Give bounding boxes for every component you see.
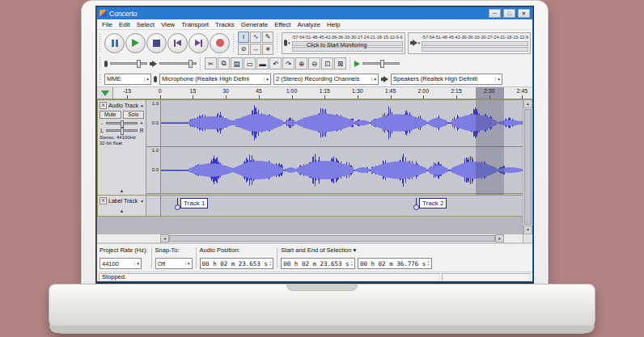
timeshift-tool[interactable]: ↔ <box>250 44 261 55</box>
recording-channels-select[interactable]: 2 (Stereo) Recording Channels ▾ <box>273 74 379 85</box>
meter-dropdown-icon[interactable]: ▾ <box>288 40 290 45</box>
copy-button[interactable]: ⧉ <box>218 57 230 70</box>
zoom-out-button[interactable]: ⊖ <box>308 57 320 70</box>
track-menu-icon[interactable]: ▼ <box>140 103 144 108</box>
label-pin-icon[interactable] <box>413 198 419 210</box>
waveform-selection-region[interactable] <box>476 100 504 195</box>
waveform-left[interactable] <box>161 100 523 146</box>
menu-analyze[interactable]: Analyze <box>294 21 323 28</box>
fit-selection-button[interactable]: ⊡ <box>321 57 333 70</box>
label-flag[interactable]: Track 1 <box>175 198 208 210</box>
zoom-tool[interactable]: ⊘ <box>238 44 249 55</box>
menu-transport[interactable]: Transport <box>178 21 212 28</box>
slider-thumb[interactable] <box>380 60 384 68</box>
slider-thumb[interactable] <box>121 120 124 128</box>
silence-audio-button[interactable]: ▬ <box>256 57 269 70</box>
label-pin-icon[interactable] <box>175 198 180 210</box>
snap-to-select[interactable]: Off ▾ <box>155 258 193 269</box>
recording-volume-slider[interactable] <box>110 62 147 65</box>
meter-dropdown-icon[interactable]: ▾ <box>418 40 421 45</box>
scroll-left-icon[interactable]: ◄ <box>160 234 169 242</box>
monitoring-hint[interactable]: Click to Start Monitoring <box>307 42 366 48</box>
recording-device-select[interactable]: Microphone (Realtek High Defini ▾ <box>159 74 271 85</box>
channel-right[interactable]: 1.0 0.0 <box>146 147 523 194</box>
close-button[interactable]: ✕ <box>518 9 530 18</box>
toolbar-grip[interactable] <box>199 57 202 70</box>
audio-position-field[interactable]: 00 h 02 m 23.653 s ▴▾ <box>200 258 274 269</box>
toolbar-grip[interactable] <box>99 57 102 70</box>
menu-generate[interactable]: Generate <box>238 21 271 28</box>
maximize-button[interactable]: □ <box>503 9 515 18</box>
waveform-right[interactable] <box>161 147 523 193</box>
minimize-button[interactable]: ─ <box>489 9 501 18</box>
playback-volume-slider[interactable] <box>159 62 197 65</box>
spinner-icon[interactable]: ▴▾ <box>269 260 271 267</box>
toolbar-grip[interactable] <box>276 33 279 52</box>
play-button[interactable] <box>125 33 146 53</box>
slider-thumb[interactable] <box>189 60 193 68</box>
scroll-right-icon[interactable]: ► <box>495 234 504 242</box>
scroll-up-icon[interactable]: ▲ <box>523 99 532 108</box>
label-text[interactable]: Track 1 <box>180 198 208 209</box>
skip-to-start-button[interactable] <box>167 33 188 53</box>
fit-project-button[interactable]: ⊠ <box>334 57 346 70</box>
audio-track[interactable]: X Audio Track ▼ Mute Solo - + <box>97 99 524 196</box>
zoom-in-button[interactable]: ⊕ <box>295 57 307 70</box>
skip-to-end-button[interactable] <box>189 33 209 53</box>
horizontal-scrollbar[interactable]: ◄ ► <box>97 234 532 243</box>
horizontal-scroll-thumb[interactable] <box>169 235 495 242</box>
envelope-tool[interactable]: ∿ <box>250 32 261 43</box>
titlebar[interactable]: Concerto ─ □ ✕ <box>97 7 532 19</box>
undo-button[interactable]: ↶ <box>269 57 282 70</box>
gain-slider[interactable] <box>106 122 138 124</box>
draw-tool[interactable]: ✎ <box>262 32 273 43</box>
collapse-track-button[interactable]: ▲ <box>100 209 144 214</box>
toolbar-grip[interactable] <box>232 33 235 52</box>
audio-host-select[interactable]: MME ▾ <box>104 74 151 85</box>
multi-tool[interactable]: ∗ <box>262 44 273 55</box>
menu-tracks[interactable]: Tracks <box>212 21 238 28</box>
scroll-down-icon[interactable]: ▼ <box>523 225 532 234</box>
label-track-content[interactable]: Track 1Track 2 <box>161 196 523 216</box>
recording-meter[interactable]: ▾ -57-54-51-48-45-42-39-36-33-30-27-24-2… <box>282 32 405 54</box>
spinner-icon[interactable]: ▴▾ <box>351 260 353 267</box>
vertical-scroll-thumb[interactable] <box>524 109 532 225</box>
label-text[interactable]: Track 2 <box>419 198 447 209</box>
vertical-scale-right[interactable]: 1.0 0.0 <box>146 147 161 193</box>
close-track-button[interactable]: X <box>100 197 107 204</box>
selection-mode-label[interactable]: Start and End of Selection ▾ <box>281 246 431 254</box>
track-name[interactable]: Label Track <box>108 198 138 204</box>
menu-view[interactable]: View <box>158 21 178 28</box>
paste-button[interactable]: ▤ <box>231 57 243 70</box>
playback-meter[interactable]: ▾ -57-54-51-48-45-42-39-36-33-30-27-24-2… <box>408 32 532 54</box>
toolbar-grip[interactable] <box>99 33 102 52</box>
channel-left[interactable]: 1.0 0.0 <box>146 100 523 147</box>
playback-device-select[interactable]: Speakers (Realtek High Definiti ▾ <box>391 74 502 85</box>
mute-button[interactable]: Mute <box>100 111 121 119</box>
toolbar-grip[interactable] <box>99 74 102 84</box>
spinner-icon[interactable]: ▴▾ <box>427 260 429 267</box>
collapse-track-button[interactable]: ▲ <box>100 188 144 194</box>
selection-start-field[interactable]: 00 h 02 m 23.653 s ▴▾ <box>281 258 355 269</box>
label-track[interactable]: X Label Track ▼ ▲ Track 1Track 2 <box>97 196 524 217</box>
pan-slider[interactable] <box>106 129 138 132</box>
slider-thumb[interactable] <box>121 128 124 135</box>
play-speed-slider[interactable] <box>362 62 400 65</box>
slider-thumb[interactable] <box>137 60 141 68</box>
solo-button[interactable]: Solo <box>123 111 145 119</box>
label-flag[interactable]: Track 2 <box>413 198 447 210</box>
redo-button[interactable]: ↷ <box>282 57 294 70</box>
menu-help[interactable]: Help <box>324 21 343 28</box>
cut-button[interactable]: ✂ <box>205 57 217 70</box>
selection-tool[interactable]: I <box>238 32 249 43</box>
pause-button[interactable] <box>104 33 125 53</box>
menu-edit[interactable]: Edit <box>116 21 133 28</box>
audio-track-channels[interactable]: 1.0 0.0 1.0 0.0 <box>146 100 523 195</box>
vertical-scrollbar[interactable]: ▲ ▼ <box>523 99 532 234</box>
menu-select[interactable]: Select <box>133 21 158 28</box>
track-area[interactable]: X Audio Track ▼ Mute Solo - + <box>97 99 532 234</box>
project-rate-select[interactable]: 44100 ▾ <box>100 258 142 269</box>
track-menu-icon[interactable]: ▼ <box>140 199 144 204</box>
trim-audio-button[interactable]: ▭ <box>244 57 256 70</box>
track-name[interactable]: Audio Track <box>108 103 138 108</box>
